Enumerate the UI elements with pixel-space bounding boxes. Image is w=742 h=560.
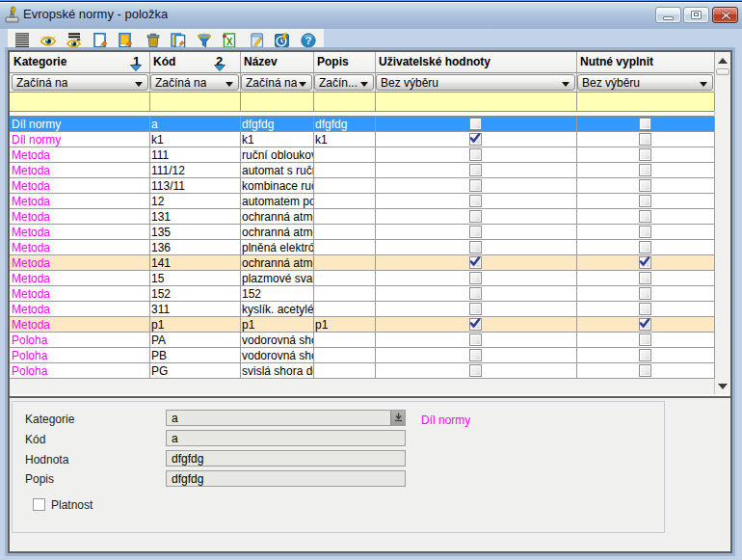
svg-text:X: X xyxy=(225,37,232,47)
svg-text:?: ? xyxy=(305,35,311,46)
